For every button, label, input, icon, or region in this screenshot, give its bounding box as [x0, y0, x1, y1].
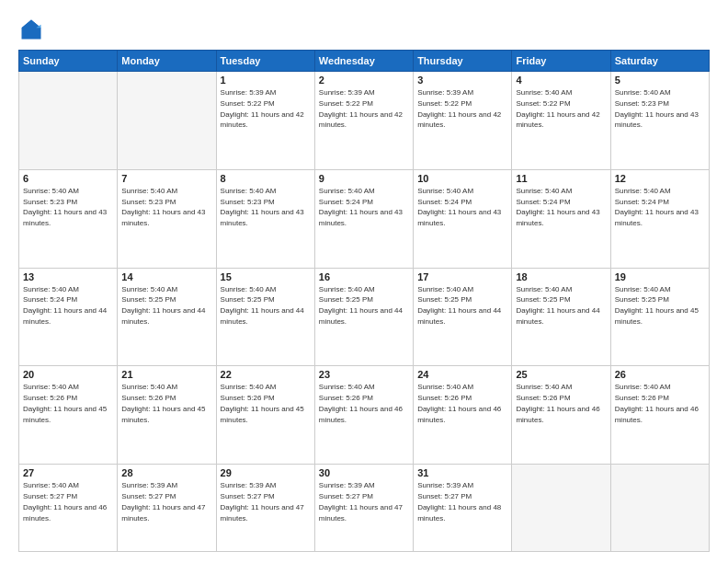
calendar-day-cell: 23 Sunrise: 5:40 AMSunset: 5:26 PMDaylig… [314, 366, 413, 465]
day-number: 11 [516, 173, 606, 184]
day-number: 29 [221, 467, 311, 478]
day-details: Sunrise: 5:40 AMSunset: 5:24 PMDaylight:… [23, 285, 107, 326]
calendar-day-cell: 29 Sunrise: 5:39 AMSunset: 5:27 PMDaylig… [216, 465, 314, 552]
calendar-day-cell: 10 Sunrise: 5:40 AMSunset: 5:24 PMDaylig… [414, 169, 512, 268]
day-details: Sunrise: 5:40 AMSunset: 5:25 PMDaylight:… [121, 285, 205, 326]
day-number: 20 [23, 369, 113, 380]
logo [18, 17, 48, 42]
calendar-day-cell: 21 Sunrise: 5:40 AMSunset: 5:26 PMDaylig… [118, 366, 216, 465]
calendar-day-cell: 5 Sunrise: 5:40 AMSunset: 5:23 PMDayligh… [610, 72, 709, 170]
day-number: 3 [417, 75, 507, 86]
day-details: Sunrise: 5:40 AMSunset: 5:26 PMDaylight:… [319, 383, 403, 423]
day-number: 12 [615, 173, 705, 184]
day-details: Sunrise: 5:40 AMSunset: 5:26 PMDaylight:… [23, 383, 107, 423]
weekday-header: Friday [512, 51, 610, 72]
weekday-header: Sunday [19, 51, 118, 72]
day-details: Sunrise: 5:40 AMSunset: 5:26 PMDaylight:… [516, 383, 599, 423]
day-details: Sunrise: 5:40 AMSunset: 5:25 PMDaylight:… [221, 285, 304, 326]
day-number: 31 [417, 467, 507, 478]
header [18, 17, 710, 42]
day-number: 15 [221, 271, 311, 282]
day-details: Sunrise: 5:40 AMSunset: 5:27 PMDaylight:… [23, 481, 107, 522]
day-number: 21 [121, 369, 211, 380]
calendar-day-cell: 28 Sunrise: 5:39 AMSunset: 5:27 PMDaylig… [118, 465, 216, 552]
calendar-day-cell: 18 Sunrise: 5:40 AMSunset: 5:25 PMDaylig… [512, 268, 610, 366]
calendar-day-cell [19, 72, 118, 170]
weekday-header: Wednesday [314, 51, 413, 72]
day-details: Sunrise: 5:40 AMSunset: 5:23 PMDaylight:… [615, 88, 699, 129]
calendar-week-row: 27 Sunrise: 5:40 AMSunset: 5:27 PMDaylig… [19, 465, 710, 552]
day-number: 16 [319, 271, 409, 282]
day-number: 27 [23, 467, 113, 478]
day-number: 8 [221, 173, 311, 184]
day-details: Sunrise: 5:40 AMSunset: 5:23 PMDaylight:… [221, 187, 304, 227]
calendar-day-cell: 11 Sunrise: 5:40 AMSunset: 5:24 PMDaylig… [512, 169, 610, 268]
calendar-day-cell [512, 465, 610, 552]
day-number: 9 [319, 173, 409, 184]
calendar-day-cell: 9 Sunrise: 5:40 AMSunset: 5:24 PMDayligh… [314, 169, 413, 268]
calendar-day-cell: 6 Sunrise: 5:40 AMSunset: 5:23 PMDayligh… [19, 169, 118, 268]
day-details: Sunrise: 5:40 AMSunset: 5:24 PMDaylight:… [516, 187, 599, 227]
day-details: Sunrise: 5:40 AMSunset: 5:26 PMDaylight:… [417, 383, 501, 423]
calendar-day-cell: 14 Sunrise: 5:40 AMSunset: 5:25 PMDaylig… [118, 268, 216, 366]
calendar-day-cell: 8 Sunrise: 5:40 AMSunset: 5:23 PMDayligh… [216, 169, 314, 268]
day-details: Sunrise: 5:39 AMSunset: 5:22 PMDaylight:… [319, 88, 403, 129]
day-details: Sunrise: 5:40 AMSunset: 5:26 PMDaylight:… [615, 383, 699, 423]
day-details: Sunrise: 5:40 AMSunset: 5:25 PMDaylight:… [417, 285, 501, 326]
day-details: Sunrise: 5:40 AMSunset: 5:24 PMDaylight:… [615, 187, 699, 227]
calendar-day-cell: 16 Sunrise: 5:40 AMSunset: 5:25 PMDaylig… [314, 268, 413, 366]
calendar-day-cell: 17 Sunrise: 5:40 AMSunset: 5:25 PMDaylig… [414, 268, 512, 366]
weekday-header: Monday [118, 51, 216, 72]
day-details: Sunrise: 5:40 AMSunset: 5:25 PMDaylight:… [319, 285, 403, 326]
day-number: 23 [319, 369, 409, 380]
calendar-day-cell: 2 Sunrise: 5:39 AMSunset: 5:22 PMDayligh… [314, 72, 413, 170]
logo-icon [18, 17, 44, 42]
day-number: 28 [121, 467, 211, 478]
day-number: 4 [516, 75, 606, 86]
calendar-day-cell: 1 Sunrise: 5:39 AMSunset: 5:22 PMDayligh… [216, 72, 314, 170]
day-details: Sunrise: 5:40 AMSunset: 5:26 PMDaylight:… [121, 383, 205, 423]
day-number: 26 [615, 369, 705, 380]
calendar-day-cell: 31 Sunrise: 5:39 AMSunset: 5:27 PMDaylig… [414, 465, 512, 552]
calendar-day-cell: 26 Sunrise: 5:40 AMSunset: 5:26 PMDaylig… [610, 366, 709, 465]
calendar-week-row: 6 Sunrise: 5:40 AMSunset: 5:23 PMDayligh… [19, 169, 710, 268]
day-details: Sunrise: 5:40 AMSunset: 5:26 PMDaylight:… [221, 383, 304, 423]
weekday-header: Tuesday [216, 51, 314, 72]
day-details: Sunrise: 5:40 AMSunset: 5:23 PMDaylight:… [23, 187, 107, 227]
day-number: 30 [319, 467, 409, 478]
day-number: 24 [417, 369, 507, 380]
day-number: 18 [516, 271, 606, 282]
day-details: Sunrise: 5:40 AMSunset: 5:23 PMDaylight:… [121, 187, 205, 227]
day-number: 7 [121, 173, 211, 184]
day-number: 2 [319, 75, 409, 86]
day-details: Sunrise: 5:40 AMSunset: 5:25 PMDaylight:… [516, 285, 599, 326]
day-details: Sunrise: 5:40 AMSunset: 5:25 PMDaylight:… [615, 285, 699, 326]
day-number: 13 [23, 271, 113, 282]
day-details: Sunrise: 5:39 AMSunset: 5:27 PMDaylight:… [221, 481, 304, 522]
calendar-day-cell: 12 Sunrise: 5:40 AMSunset: 5:24 PMDaylig… [610, 169, 709, 268]
calendar-day-cell: 20 Sunrise: 5:40 AMSunset: 5:26 PMDaylig… [19, 366, 118, 465]
calendar-day-cell: 15 Sunrise: 5:40 AMSunset: 5:25 PMDaylig… [216, 268, 314, 366]
calendar-day-cell: 30 Sunrise: 5:39 AMSunset: 5:27 PMDaylig… [314, 465, 413, 552]
calendar-day-cell [118, 72, 216, 170]
calendar-week-row: 20 Sunrise: 5:40 AMSunset: 5:26 PMDaylig… [19, 366, 710, 465]
calendar-day-cell: 7 Sunrise: 5:40 AMSunset: 5:23 PMDayligh… [118, 169, 216, 268]
calendar-week-row: 1 Sunrise: 5:39 AMSunset: 5:22 PMDayligh… [19, 72, 710, 170]
calendar-day-cell: 19 Sunrise: 5:40 AMSunset: 5:25 PMDaylig… [610, 268, 709, 366]
calendar-day-cell: 3 Sunrise: 5:39 AMSunset: 5:22 PMDayligh… [414, 72, 512, 170]
day-details: Sunrise: 5:39 AMSunset: 5:27 PMDaylight:… [121, 481, 205, 522]
day-number: 17 [417, 271, 507, 282]
day-details: Sunrise: 5:39 AMSunset: 5:22 PMDaylight:… [221, 88, 304, 129]
day-number: 25 [516, 369, 606, 380]
calendar-day-cell: 4 Sunrise: 5:40 AMSunset: 5:22 PMDayligh… [512, 72, 610, 170]
page: SundayMondayTuesdayWednesdayThursdayFrid… [0, 0, 728, 563]
calendar-day-cell: 13 Sunrise: 5:40 AMSunset: 5:24 PMDaylig… [19, 268, 118, 366]
calendar-day-cell: 22 Sunrise: 5:40 AMSunset: 5:26 PMDaylig… [216, 366, 314, 465]
weekday-header: Thursday [414, 51, 512, 72]
day-number: 19 [615, 271, 705, 282]
calendar-day-cell [610, 465, 709, 552]
calendar-day-cell: 27 Sunrise: 5:40 AMSunset: 5:27 PMDaylig… [19, 465, 118, 552]
day-details: Sunrise: 5:39 AMSunset: 5:22 PMDaylight:… [417, 88, 501, 129]
day-details: Sunrise: 5:40 AMSunset: 5:22 PMDaylight:… [516, 88, 599, 129]
day-number: 22 [221, 369, 311, 380]
